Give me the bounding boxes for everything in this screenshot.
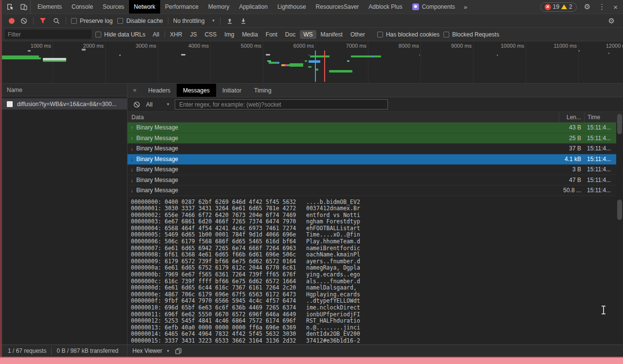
timeline-tick-label: 10000 ms <box>501 43 524 49</box>
arrow-up-icon: ↑ <box>128 135 136 141</box>
preserve-log-checkbox[interactable] <box>71 18 77 24</box>
message-filter-dropdown[interactable]: All ▼ <box>146 101 170 108</box>
blocked-requests-toggle[interactable]: Blocked Requests <box>443 31 499 38</box>
settings-gear-icon[interactable]: ⚙ <box>581 2 594 11</box>
messages-table-header: Data Len... Time <box>128 112 623 123</box>
preserve-log-toggle[interactable]: Preserve log <box>71 18 112 24</box>
copy-icon[interactable] <box>174 347 183 355</box>
filter-input[interactable] <box>5 30 92 39</box>
filter-type-all[interactable]: All <box>149 30 163 39</box>
tab-label: Lighthouse <box>277 3 306 10</box>
filter-type-font[interactable]: Font <box>262 30 281 39</box>
record-network-log-button[interactable] <box>9 18 15 24</box>
filter-type-other[interactable]: Other <box>347 30 368 39</box>
tab-adblock-plus[interactable]: Adblock Plus <box>364 0 407 14</box>
message-row[interactable]: ↑Binary Message43 B15:11:4... <box>128 123 616 133</box>
hide-data-urls-checkbox[interactable] <box>95 32 101 37</box>
timeline-gridline <box>526 41 526 83</box>
request-row-diffusion[interactable]: diffusion?ty=WB&v=16&ca=8&r=300... <box>2 98 127 109</box>
details-tab-initiator[interactable]: Initiator <box>216 84 248 97</box>
timeline-gridline <box>53 41 53 83</box>
hide-data-urls-toggle[interactable]: Hide data URLs <box>95 31 146 38</box>
inspect-element-icon[interactable] <box>6 3 15 11</box>
filter-type-ws[interactable]: WS <box>300 30 316 39</box>
disable-cache-toggle[interactable]: Disable cache <box>117 18 163 24</box>
kebab-menu-icon[interactable]: ⋮ <box>595 2 609 11</box>
hide-data-urls-label: Hide data URLs <box>104 31 146 38</box>
network-overview-timeline[interactable]: 1000 ms2000 ms3000 ms4000 ms5000 ms6000 … <box>2 41 623 84</box>
filter-type-img[interactable]: Img <box>221 30 238 39</box>
hex-line: 00000012: 5253 545f 4841 4c46 6864 7572 … <box>131 318 623 325</box>
hex-line: 00000010: 696d 65bf 6e63 6c6f 636b 4469 … <box>131 305 623 311</box>
clear-messages-icon[interactable] <box>132 101 141 109</box>
timeline-request-bar <box>308 66 312 68</box>
message-row[interactable]: ↓Binary Message47 B15:11:4... <box>128 175 616 186</box>
tab-console[interactable]: Console <box>67 0 98 14</box>
close-details-icon[interactable]: × <box>128 84 142 97</box>
export-har-icon[interactable] <box>239 17 248 25</box>
tab-elements[interactable]: Elements <box>33 0 67 14</box>
message-row[interactable]: ↓Binary Message37 B15:11:4... <box>128 144 616 154</box>
clear-network-log-icon[interactable] <box>19 17 28 25</box>
hex-viewer[interactable]: 00000000: 0400 0287 62bf 6269 646d 4f42 … <box>128 196 623 345</box>
filter-funnel-icon[interactable] <box>38 17 47 25</box>
network-toolbar: Preserve log Disable cache No throttling… <box>2 14 623 28</box>
message-filter-value: All <box>146 101 152 108</box>
message-type-label: Binary Message <box>136 135 559 142</box>
message-row[interactable]: ↓Binary Message4.1 kB15:11:4... <box>128 154 616 165</box>
disable-cache-checkbox[interactable] <box>117 18 123 24</box>
tab-lighthouse[interactable]: Lighthouse <box>273 0 311 14</box>
hex-scrollbar-thumb[interactable] <box>617 200 622 220</box>
filter-type-css[interactable]: CSS <box>201 30 220 39</box>
search-icon[interactable] <box>52 17 61 25</box>
import-har-icon[interactable] <box>225 17 234 25</box>
tab-resourcessaver[interactable]: ResourcesSaver <box>311 0 364 14</box>
message-time: 15:11:4... <box>584 135 616 142</box>
tab-label: Adblock Plus <box>368 3 402 10</box>
viewer-mode-dropdown[interactable]: Hex Viewer ▼ <box>132 347 170 354</box>
message-row[interactable]: ↑Binary Message25 B15:11:4... <box>128 133 616 144</box>
has-blocked-cookies-toggle[interactable]: Has blocked cookies <box>377 31 440 38</box>
issues-badge[interactable]: ✕ 19 2 <box>540 2 577 12</box>
details-tab-timing[interactable]: Timing <box>248 84 278 97</box>
filter-type-doc[interactable]: Doc <box>282 30 299 39</box>
tab-label: Elements <box>37 3 62 10</box>
hex-line: 00000006: 506c 6179 f568 686f 6d65 5465 … <box>131 238 623 245</box>
arrow-down-icon: ↓ <box>128 146 136 151</box>
column-header-time[interactable]: Time <box>584 112 616 122</box>
throttling-dropdown[interactable]: No throttling ▼ <box>173 18 216 24</box>
column-header-length[interactable]: Len... <box>559 112 584 122</box>
has-blocked-cookies-checkbox[interactable] <box>377 32 383 37</box>
tab-network[interactable]: Network <box>129 0 160 14</box>
filter-type-media[interactable]: Media <box>238 30 261 39</box>
more-tabs-chevron[interactable]: » <box>460 0 471 14</box>
tab-memory[interactable]: Memory <box>203 0 234 14</box>
tab-application[interactable]: Application <box>234 0 273 14</box>
filter-type-manifest[interactable]: Manifest <box>317 30 346 39</box>
tab-components[interactable]: ✱Components <box>407 0 460 14</box>
requests-name-header[interactable]: Name <box>2 84 127 96</box>
arrow-down-icon: ↓ <box>128 177 136 183</box>
blocked-requests-checkbox[interactable] <box>443 32 449 37</box>
hex-line: 00000003: 6e67 6861 6d20 466f 7265 7374 … <box>131 218 623 225</box>
regex-filter-input[interactable] <box>175 99 388 109</box>
hex-line: 00000014: 6465 6e74 4964 7832 4f42 5f45 … <box>131 331 623 338</box>
timeline-tick-label: 11000 ms <box>554 43 577 49</box>
messages-scrollbar-thumb[interactable] <box>617 114 622 134</box>
network-settings-gear-icon[interactable]: ⚙ <box>605 17 618 25</box>
websocket-favicon <box>7 101 13 107</box>
details-tab-headers[interactable]: Headers <box>142 84 177 97</box>
close-devtools-icon[interactable]: × <box>610 3 621 11</box>
timeline-gridline <box>263 41 263 83</box>
tab-sources[interactable]: Sources <box>98 0 129 14</box>
filter-type-js[interactable]: JS <box>186 30 200 39</box>
message-row[interactable]: ↓Binary Message3 B15:11:4... <box>128 164 616 175</box>
message-time: 15:11:4... <box>584 124 616 131</box>
message-row[interactable]: ↓Binary Message50.8 ...15:11:4... <box>128 185 616 196</box>
device-toolbar-icon[interactable] <box>19 3 28 11</box>
page-behind-bottom-edge <box>0 357 623 364</box>
tab-performance[interactable]: Performance <box>160 0 203 14</box>
filter-type-xhr[interactable]: XHR <box>166 30 185 39</box>
column-header-data[interactable]: Data <box>128 114 559 121</box>
details-tab-messages[interactable]: Messages <box>177 84 216 97</box>
